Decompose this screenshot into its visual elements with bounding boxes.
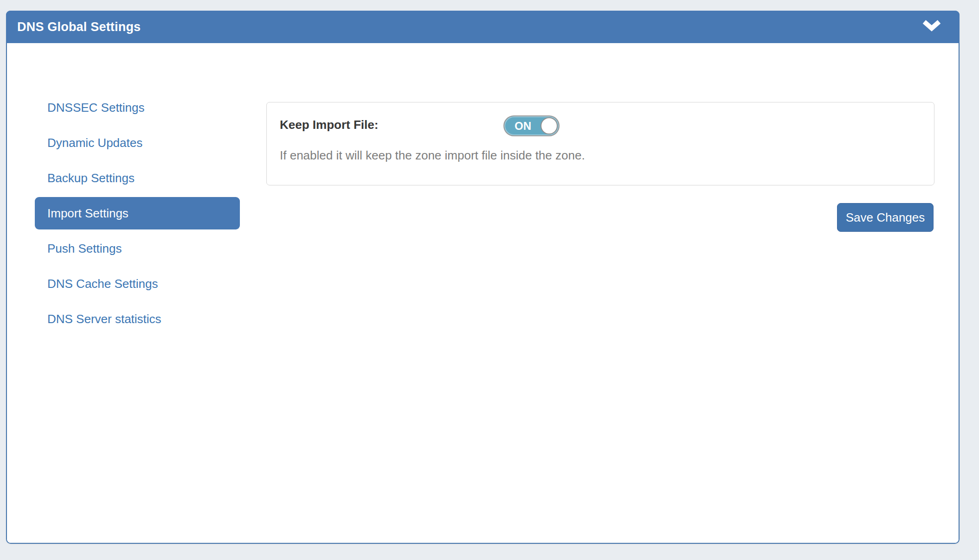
panel-body: DNSSEC Settings Dynamic Updates Backup S… xyxy=(7,43,959,543)
sidebar-item-import-settings[interactable]: Import Settings xyxy=(35,197,240,229)
toggle-knob xyxy=(541,117,558,134)
sidebar-item-dynamic-updates[interactable]: Dynamic Updates xyxy=(35,127,240,159)
sidebar-item-label: Push Settings xyxy=(47,242,122,256)
sidebar-item-label: Dynamic Updates xyxy=(47,136,142,150)
sidebar-item-dns-cache-settings[interactable]: DNS Cache Settings xyxy=(35,267,240,300)
sidebar-item-label: DNSSEC Settings xyxy=(47,101,145,115)
panel-header: DNS Global Settings xyxy=(6,11,960,43)
save-changes-button[interactable]: Save Changes xyxy=(837,203,934,232)
collapse-panel-button[interactable] xyxy=(921,17,942,37)
toggle-state-label: ON xyxy=(504,116,541,135)
panel-title: DNS Global Settings xyxy=(17,20,141,34)
sidebar-item-backup-settings[interactable]: Backup Settings xyxy=(35,162,240,194)
sidebar-item-label: Backup Settings xyxy=(47,171,135,185)
settings-nav: DNSSEC Settings Dynamic Updates Backup S… xyxy=(35,91,240,338)
keep-import-file-label: Keep Import File: xyxy=(280,118,378,132)
keep-import-file-toggle[interactable]: ON xyxy=(503,115,560,136)
chevron-down-icon xyxy=(922,20,941,34)
sidebar-item-label: DNS Server statistics xyxy=(47,312,161,326)
sidebar-item-dns-server-statistics[interactable]: DNS Server statistics xyxy=(35,303,240,335)
keep-import-file-setting-box: Keep Import File: ON If enabled it will … xyxy=(266,102,934,185)
sidebar-item-dnssec-settings[interactable]: DNSSEC Settings xyxy=(35,91,240,124)
sidebar-item-label: DNS Cache Settings xyxy=(47,277,158,291)
sidebar-item-label: Import Settings xyxy=(47,206,129,221)
dns-global-settings-panel: DNS Global Settings DNSSEC Settings Dyna… xyxy=(6,11,960,544)
keep-import-file-description: If enabled it will keep the zone import … xyxy=(280,148,585,163)
sidebar-item-push-settings[interactable]: Push Settings xyxy=(35,232,240,265)
